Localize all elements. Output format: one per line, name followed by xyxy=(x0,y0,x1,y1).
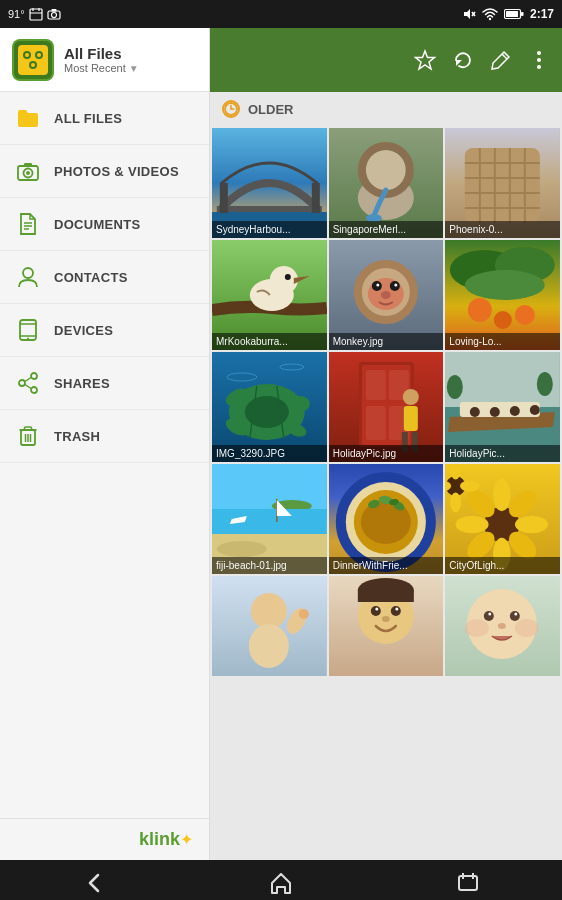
grid-item-fiji[interactable]: fiji-beach-01.jpg xyxy=(212,464,327,574)
svg-line-37 xyxy=(25,378,31,382)
temp-display: 91° xyxy=(8,8,25,20)
svg-point-84 xyxy=(394,284,397,287)
svg-point-121 xyxy=(470,407,480,417)
svg-point-180 xyxy=(498,623,506,629)
svg-point-126 xyxy=(537,372,553,396)
grid-item-partial2[interactable] xyxy=(329,576,444,676)
svg-point-92 xyxy=(515,305,535,325)
time-display: 2:17 xyxy=(530,7,554,21)
clock-icon xyxy=(222,100,240,118)
sidebar-item-devices[interactable]: DEVICES xyxy=(0,304,209,357)
sidebar-item-shares[interactable]: SHARES xyxy=(0,357,209,410)
svg-point-49 xyxy=(537,58,541,62)
caption-sunflower: CityOfLigh... xyxy=(445,557,560,574)
svg-point-123 xyxy=(510,406,520,416)
grid-item-loving[interactable]: Loving-Lo... xyxy=(445,240,560,350)
header-text: All Files Most Recent ▼ xyxy=(64,45,197,74)
svg-point-48 xyxy=(537,51,541,55)
caption-monkey: Monkey.jpg xyxy=(329,333,444,350)
svg-rect-109 xyxy=(365,370,385,400)
trash-icon xyxy=(16,424,40,448)
grid-item-holiday-boat[interactable]: HolidayPic... xyxy=(445,352,560,462)
svg-rect-171 xyxy=(357,590,413,602)
svg-point-157 xyxy=(460,481,480,492)
grid-item-turtle[interactable]: IMG_3290.JPG xyxy=(212,352,327,462)
svg-point-61 xyxy=(365,150,405,190)
pencil-icon[interactable] xyxy=(490,49,512,71)
svg-point-174 xyxy=(484,611,494,621)
svg-point-34 xyxy=(31,373,37,379)
wifi-icon xyxy=(482,7,498,21)
sidebar-item-all-files[interactable]: ALL FILES xyxy=(0,92,209,145)
header-subtitle[interactable]: Most Recent ▼ xyxy=(64,62,197,74)
svg-point-166 xyxy=(390,606,400,616)
svg-point-33 xyxy=(27,338,29,340)
grid-item-partial1[interactable] xyxy=(212,576,327,676)
grid-item-holiday-boy[interactable]: HolidayPic.jpg xyxy=(329,352,444,462)
svg-point-20 xyxy=(37,53,41,57)
sidebar-item-documents[interactable]: DOCUMENTS xyxy=(0,198,209,251)
devices-label: DEVICES xyxy=(54,323,113,338)
caption-turtle: IMG_3290.JPG xyxy=(212,445,327,462)
klink-logo: klink✦ xyxy=(0,818,209,860)
svg-point-5 xyxy=(51,13,56,18)
trash-label: TRASH xyxy=(54,429,100,444)
svg-rect-15 xyxy=(18,45,48,75)
refresh-icon[interactable] xyxy=(452,49,474,71)
svg-point-85 xyxy=(380,291,390,299)
svg-point-24 xyxy=(26,171,30,175)
grid-item-kookaburra[interactable]: MrKookaburra... xyxy=(212,240,327,350)
shares-label: SHARES xyxy=(54,376,110,391)
svg-rect-41 xyxy=(25,427,32,430)
svg-point-165 xyxy=(370,606,380,616)
svg-rect-0 xyxy=(30,9,42,20)
grid-item-partial3[interactable] xyxy=(445,576,560,676)
svg-point-35 xyxy=(19,380,25,386)
svg-point-113 xyxy=(402,389,418,405)
svg-point-91 xyxy=(468,298,492,322)
klink-text: klink xyxy=(139,829,180,850)
grid-item-sydney[interactable]: SydneyHarbou... xyxy=(212,128,327,238)
back-button[interactable] xyxy=(80,869,108,900)
main-container: All Files Most Recent ▼ ALL FILES xyxy=(0,28,562,860)
grid-item-singapore[interactable]: SingaporeMerl... xyxy=(329,128,444,238)
home-button[interactable] xyxy=(267,869,295,900)
caption-singapore: SingaporeMerl... xyxy=(329,221,444,238)
sidebar-nav: ALL FILES PHOTOS & VIDEOS xyxy=(0,92,209,818)
svg-rect-65 xyxy=(465,148,540,223)
svg-line-38 xyxy=(25,385,31,389)
svg-point-159 xyxy=(251,593,287,629)
content-header xyxy=(210,28,562,92)
grid-item-phoenix[interactable]: Phoenix-0... xyxy=(445,128,560,238)
svg-rect-130 xyxy=(212,509,327,534)
svg-rect-6 xyxy=(51,9,56,12)
sidebar: All Files Most Recent ▼ ALL FILES xyxy=(0,28,210,860)
svg-point-179 xyxy=(515,619,539,637)
mute-icon xyxy=(462,7,476,21)
grid-item-sunflower[interactable]: CityOfLigh... xyxy=(445,464,560,574)
svg-point-169 xyxy=(381,616,389,622)
grid-item-dinner[interactable]: DinnerWithFrie... xyxy=(329,464,444,574)
sidebar-item-photos-videos[interactable]: PHOTOS & VIDEOS xyxy=(0,145,209,198)
sidebar-item-contacts[interactable]: CONTACTS xyxy=(0,251,209,304)
nav-bar xyxy=(0,860,562,900)
klink-star: ✦ xyxy=(180,830,193,849)
svg-marker-46 xyxy=(456,60,462,66)
svg-point-76 xyxy=(270,266,298,294)
status-left: 91° xyxy=(8,7,61,21)
svg-point-93 xyxy=(494,311,512,329)
svg-rect-114 xyxy=(403,406,417,431)
device-icon xyxy=(16,318,40,342)
sidebar-item-trash[interactable]: TRASH xyxy=(0,410,209,463)
svg-rect-30 xyxy=(20,320,36,340)
caption-sydney: SydneyHarbou... xyxy=(212,221,327,238)
more-icon[interactable] xyxy=(528,49,550,71)
app-header: All Files Most Recent ▼ xyxy=(0,28,209,92)
star-icon[interactable] xyxy=(414,49,436,71)
person-icon xyxy=(16,265,40,289)
svg-point-19 xyxy=(25,53,29,57)
share-icon xyxy=(16,371,40,395)
svg-rect-55 xyxy=(217,206,322,212)
recent-button[interactable] xyxy=(454,869,482,900)
grid-item-monkey[interactable]: Monkey.jpg xyxy=(329,240,444,350)
